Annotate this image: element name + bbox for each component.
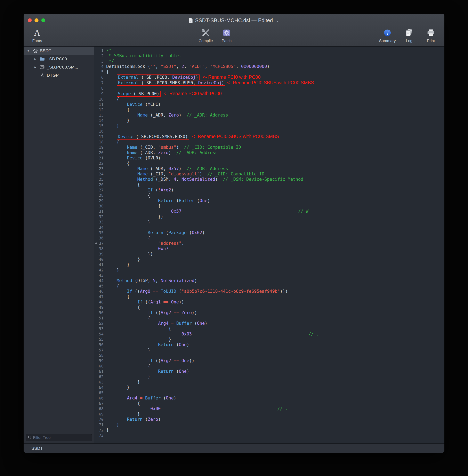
code-token	[181, 209, 298, 214]
statusbar: SSDT	[24, 443, 444, 453]
line-number: 56	[94, 342, 106, 347]
code-token: 0x00	[150, 406, 161, 411]
line-number: 7	[94, 80, 106, 86]
disclosure-open-icon[interactable]: ▾	[26, 49, 30, 53]
code-token	[174, 321, 176, 326]
line-number: 24	[94, 171, 106, 177]
code-line: 38 0x57	[94, 246, 444, 251]
code-token: Arg2	[161, 310, 171, 315]
disclosure-closed-icon[interactable]: ▸	[33, 65, 38, 69]
code-line: 65	[94, 390, 444, 395]
code-line: 30 {	[94, 203, 444, 209]
code-line: 6 External (_SB_.PC00, DeviceObj) <- Ren…	[94, 74, 444, 80]
device-icon	[39, 65, 45, 70]
code-line: 15 }	[94, 123, 444, 128]
code-line: 72}	[94, 427, 444, 433]
code-token: )	[187, 342, 189, 347]
code-token: (MCHC)	[143, 102, 161, 107]
code-token: NotSerialized	[181, 177, 215, 182]
line-number: 67	[94, 401, 106, 406]
print-button[interactable]: Print	[421, 28, 441, 43]
fonts-button[interactable]: A Fonts	[27, 28, 47, 43]
log-button[interactable]: Log	[399, 28, 419, 43]
code-token: )	[207, 198, 210, 203]
code-line: 19 Name (_CID, "smbus") // _CID: Compati…	[94, 145, 444, 150]
code-token: If	[148, 188, 153, 193]
code-token: })	[106, 214, 163, 219]
print-label: Print	[427, 39, 435, 43]
title-chevron-icon[interactable]: ⌄	[275, 19, 279, 21]
line-number: 3	[94, 59, 106, 64]
compile-label: Compile	[199, 39, 213, 43]
code-line: 54 0x03 // .	[94, 331, 444, 337]
code-token: (_DSM,	[153, 177, 174, 182]
patch-gear-icon	[222, 28, 231, 38]
code-token: )	[215, 177, 223, 182]
code-line: 45 {	[94, 283, 444, 289]
code-token	[137, 396, 140, 401]
sidebar-item-sb-pc00-smbs[interactable]: ▸ _SB.PC00.SM...	[24, 63, 94, 71]
patch-button[interactable]: Patch	[217, 28, 236, 43]
rename-annotation: <- Rename PCI0 with PC00	[200, 74, 261, 80]
minimize-button[interactable]	[34, 18, 39, 22]
code-token: (_SB_.PC00.SMBS.BUS0,	[139, 80, 198, 85]
disclosure-closed-icon[interactable]: ▸	[33, 57, 38, 61]
sidebar-item-sb-pc00[interactable]: ▸ _SB.PC00	[24, 55, 94, 63]
code-token: (	[174, 369, 179, 374]
code-token: 0x03	[181, 332, 192, 337]
line-number: 65	[94, 390, 106, 395]
code-token: Buffer	[179, 198, 194, 203]
code-line: 10 {	[94, 96, 444, 102]
code-editor[interactable]: 1/*2 * SMBus compatibility table.3 */4De…	[94, 46, 444, 443]
line-number: 18	[94, 139, 106, 145]
code-token: If	[148, 358, 153, 363]
code-token	[106, 80, 117, 85]
code-token: }	[106, 348, 150, 353]
code-token	[106, 230, 148, 235]
line-number: 32	[94, 214, 106, 219]
code-token: (_ADR,	[137, 150, 158, 155]
sidebar-item-dtgp[interactable]: DTGP	[24, 71, 94, 79]
summary-button[interactable]: i Summary	[378, 28, 397, 43]
traffic-lights	[28, 18, 45, 22]
code-token: /*	[106, 48, 111, 53]
line-number: 26	[94, 182, 106, 187]
code-line: 21 Device (DVL0)	[94, 155, 444, 161]
code-token: Zero	[181, 310, 192, 315]
code-token	[106, 134, 117, 139]
filter-tree-field[interactable]	[26, 434, 92, 441]
filter-tree-input[interactable]	[33, 435, 90, 440]
code-token	[106, 369, 158, 374]
code-token: ,	[155, 278, 161, 283]
code-token: ,	[205, 64, 210, 69]
code-token: {	[106, 401, 140, 406]
code-token: })	[106, 252, 153, 256]
line-number: 68	[94, 406, 106, 411]
code-token: Name	[137, 166, 148, 171]
code-token: {	[106, 97, 119, 102]
code-token: (	[153, 188, 158, 193]
code-token: Buffer	[176, 321, 192, 326]
code-token: Zero	[168, 113, 179, 118]
code-line: 46 If ((Arg0 == ToUUID ("a0b5b7c6-1318-4…	[94, 289, 444, 294]
code-token: ,	[181, 241, 184, 246]
code-token: Return	[158, 342, 174, 347]
code-token: Scope	[118, 91, 131, 96]
line-number: 55	[94, 337, 106, 342]
line-number: 33	[94, 219, 106, 225]
close-button[interactable]	[28, 18, 32, 22]
code-token: 4	[174, 177, 176, 182]
code-token: "SSDT"	[161, 64, 176, 69]
code-token: (	[176, 289, 181, 294]
code-line: 27 If (!Arg2)	[94, 187, 444, 193]
code-token: 0x00000000	[241, 64, 267, 69]
line-number: 25	[94, 177, 106, 182]
line-number: 64	[94, 385, 106, 390]
line-number: 35	[94, 230, 106, 235]
sidebar-item-ssdt[interactable]: ▾ SSDT	[24, 46, 94, 55]
code-line: 39 })	[94, 251, 444, 257]
zoom-button[interactable]	[41, 18, 45, 22]
compile-button[interactable]: Compile	[196, 28, 216, 43]
line-number: 29	[94, 198, 106, 203]
code-token: "MCHCSBUS"	[210, 64, 236, 69]
